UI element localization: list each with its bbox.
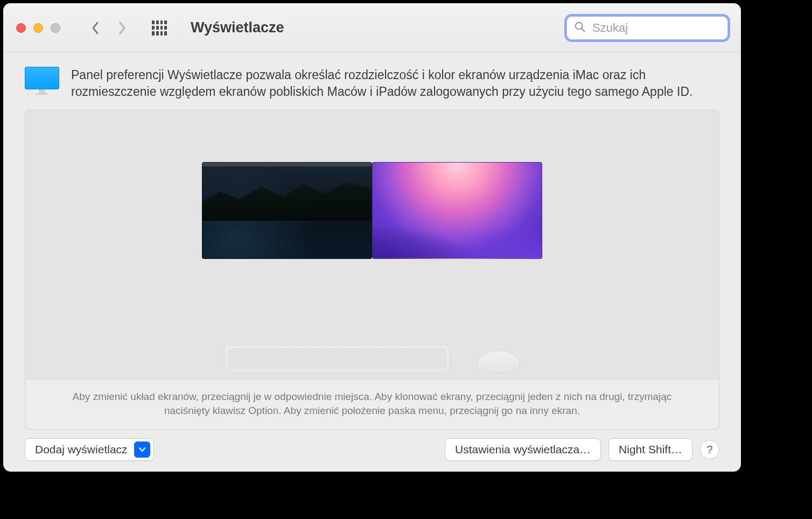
nav-buttons — [85, 18, 132, 38]
search-field-wrap — [566, 16, 728, 40]
display-settings-label: Ustawienia wyświetlacza… — [455, 443, 591, 456]
mouse-icon — [477, 350, 520, 373]
svg-line-1 — [582, 28, 585, 31]
content-area: Panel preferencji Wyświetlacze pozwala o… — [3, 53, 741, 472]
display-preview-1[interactable] — [202, 162, 372, 259]
display-preview-2[interactable] — [372, 162, 542, 259]
footer-bar: Dodaj wyświetlacz Ustawienia wyświetlacz… — [25, 430, 719, 461]
zoom-window-button[interactable] — [51, 23, 60, 33]
night-shift-label: Night Shift… — [619, 443, 682, 456]
preferences-window: Wyświetlacze Panel preferencji Wyświetla… — [3, 3, 741, 472]
menubar-preview[interactable] — [202, 163, 372, 166]
arrangement-hint: Aby zmienić układ ekranów, przeciągnij j… — [25, 380, 719, 429]
intro-text: Panel preferencji Wyświetlacze pozwala o… — [71, 67, 719, 100]
titlebar: Wyświetlacze — [3, 3, 741, 53]
help-button[interactable]: ? — [700, 440, 719, 459]
help-label: ? — [706, 444, 712, 456]
add-display-button[interactable]: Dodaj wyświetlacz — [25, 438, 154, 461]
close-window-button[interactable] — [16, 23, 26, 33]
window-title: Wyświetlacze — [191, 19, 284, 36]
forward-button[interactable] — [112, 18, 132, 38]
display-settings-button[interactable]: Ustawienia wyświetlacza… — [445, 438, 601, 461]
chevron-down-icon[interactable] — [134, 441, 150, 458]
add-display-label: Dodaj wyświetlacz — [35, 443, 128, 456]
intro-row: Panel preferencji Wyświetlacze pozwala o… — [25, 67, 719, 100]
search-icon — [574, 21, 586, 35]
minimize-window-button[interactable] — [33, 23, 43, 33]
window-controls — [16, 23, 60, 33]
night-shift-button[interactable]: Night Shift… — [608, 438, 692, 461]
keyboard-icon — [224, 345, 450, 373]
peripherals-row — [224, 345, 520, 373]
show-all-icon[interactable] — [152, 20, 167, 36]
arrangement-area: Aby zmienić układ ekranów, przeciągnij j… — [25, 110, 719, 430]
back-button[interactable] — [85, 18, 106, 38]
display-previews — [202, 162, 542, 259]
display-icon — [25, 67, 59, 95]
search-input[interactable] — [566, 16, 728, 40]
